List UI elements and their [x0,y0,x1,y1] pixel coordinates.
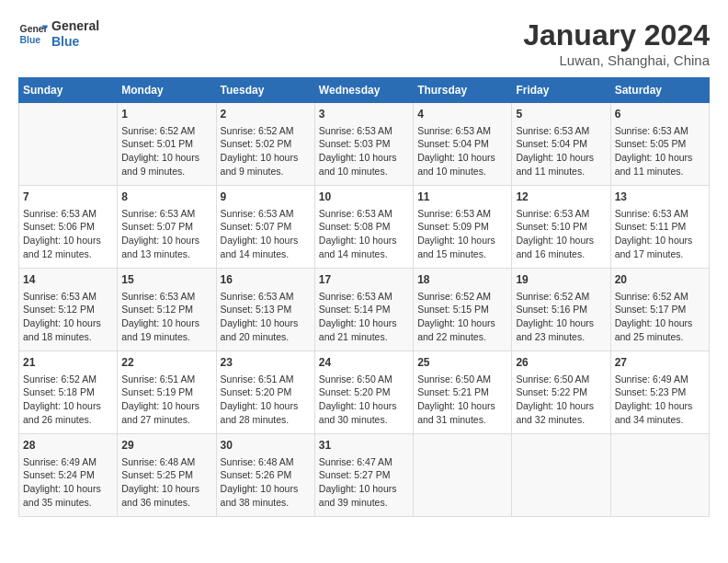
day-number: 22 [121,355,211,371]
day-cell: 15Sunrise: 6:53 AMSunset: 5:12 PMDayligh… [118,269,216,351]
day-number: 2 [221,107,311,122]
day-cell: 10Sunrise: 6:53 AMSunset: 5:08 PMDayligh… [314,186,413,269]
day-info: Sunrise: 6:50 AMSunset: 5:20 PMDaylight:… [319,373,409,427]
calendar-header: SundayMondayTuesdayWednesdayThursdayFrid… [19,78,710,103]
day-info: Sunrise: 6:53 AMSunset: 5:14 PMDaylight:… [319,290,409,344]
day-cell: 5Sunrise: 6:53 AMSunset: 5:04 PMDaylight… [512,103,610,186]
day-number: 18 [417,272,507,288]
day-number: 9 [221,190,311,205]
day-cell: 14Sunrise: 6:53 AMSunset: 5:12 PMDayligh… [19,269,118,351]
day-info: Sunrise: 6:53 AMSunset: 5:11 PMDaylight:… [615,207,705,261]
day-cell: 2Sunrise: 6:52 AMSunset: 5:02 PMDaylight… [216,103,314,186]
day-number: 8 [121,190,211,205]
day-number: 12 [516,190,606,205]
day-info: Sunrise: 6:53 AMSunset: 5:03 PMDaylight:… [319,124,409,178]
day-info: Sunrise: 6:48 AMSunset: 5:26 PMDaylight:… [221,455,311,510]
day-number: 20 [615,272,705,288]
month-title: January 2024 [523,18,710,52]
day-cell: 3Sunrise: 6:53 AMSunset: 5:03 PMDaylight… [314,103,413,186]
day-cell: 23Sunrise: 6:51 AMSunset: 5:20 PMDayligh… [216,351,314,434]
day-number: 10 [319,190,409,205]
day-number: 29 [121,438,211,454]
day-info: Sunrise: 6:52 AMSunset: 5:16 PMDaylight:… [516,290,606,344]
day-info: Sunrise: 6:53 AMSunset: 5:13 PMDaylight:… [221,290,311,344]
day-info: Sunrise: 6:53 AMSunset: 5:12 PMDaylight:… [121,290,211,344]
day-number: 15 [121,272,211,288]
day-number: 27 [615,355,705,371]
day-cell: 12Sunrise: 6:53 AMSunset: 5:10 PMDayligh… [512,186,610,269]
week-row-4: 21Sunrise: 6:52 AMSunset: 5:18 PMDayligh… [19,351,710,434]
day-cell: 25Sunrise: 6:50 AMSunset: 5:21 PMDayligh… [414,351,512,434]
day-cell [19,103,118,186]
header-cell-friday: Friday [512,78,610,103]
day-cell: 27Sunrise: 6:49 AMSunset: 5:23 PMDayligh… [610,351,709,434]
day-cell: 30Sunrise: 6:48 AMSunset: 5:26 PMDayligh… [216,434,314,517]
day-number: 11 [417,190,507,205]
day-info: Sunrise: 6:53 AMSunset: 5:08 PMDaylight:… [319,207,409,261]
day-number: 19 [516,272,606,288]
day-info: Sunrise: 6:51 AMSunset: 5:19 PMDaylight:… [121,373,211,427]
day-info: Sunrise: 6:52 AMSunset: 5:17 PMDaylight:… [615,290,705,344]
location: Luwan, Shanghai, China [523,52,710,68]
day-info: Sunrise: 6:53 AMSunset: 5:12 PMDaylight:… [23,290,113,344]
day-cell [610,434,709,517]
day-cell: 13Sunrise: 6:53 AMSunset: 5:11 PMDayligh… [610,186,709,269]
day-number: 7 [23,190,113,205]
day-cell: 11Sunrise: 6:53 AMSunset: 5:09 PMDayligh… [414,186,512,269]
day-cell: 8Sunrise: 6:53 AMSunset: 5:07 PMDaylight… [118,186,216,269]
day-number: 13 [615,190,705,205]
title-block: January 2024 Luwan, Shanghai, China [523,18,710,68]
day-info: Sunrise: 6:52 AMSunset: 5:18 PMDaylight:… [23,373,113,427]
day-info: Sunrise: 6:49 AMSunset: 5:24 PMDaylight:… [23,455,113,510]
day-cell: 29Sunrise: 6:48 AMSunset: 5:25 PMDayligh… [118,434,216,517]
day-number: 24 [319,355,409,371]
day-info: Sunrise: 6:50 AMSunset: 5:22 PMDaylight:… [516,373,606,427]
day-number: 16 [221,272,311,288]
day-cell: 21Sunrise: 6:52 AMSunset: 5:18 PMDayligh… [19,351,118,434]
day-info: Sunrise: 6:52 AMSunset: 5:01 PMDaylight:… [121,124,211,178]
calendar-table: SundayMondayTuesdayWednesdayThursdayFrid… [18,77,710,517]
week-row-3: 14Sunrise: 6:53 AMSunset: 5:12 PMDayligh… [19,269,710,351]
day-number: 3 [319,107,409,122]
week-row-1: 1Sunrise: 6:52 AMSunset: 5:01 PMDaylight… [19,103,710,186]
day-cell: 9Sunrise: 6:53 AMSunset: 5:07 PMDaylight… [216,186,314,269]
day-number: 17 [319,272,409,288]
day-number: 5 [516,107,606,122]
day-info: Sunrise: 6:52 AMSunset: 5:02 PMDaylight:… [221,124,311,178]
logo: General Blue General Blue [18,18,99,50]
day-cell: 31Sunrise: 6:47 AMSunset: 5:27 PMDayligh… [314,434,413,517]
day-number: 4 [417,107,507,122]
day-info: Sunrise: 6:52 AMSunset: 5:15 PMDaylight:… [417,290,507,344]
day-cell: 20Sunrise: 6:52 AMSunset: 5:17 PMDayligh… [610,269,709,351]
day-info: Sunrise: 6:53 AMSunset: 5:07 PMDaylight:… [221,207,311,261]
header-cell-thursday: Thursday [414,78,512,103]
week-row-2: 7Sunrise: 6:53 AMSunset: 5:06 PMDaylight… [19,186,710,269]
day-info: Sunrise: 6:48 AMSunset: 5:25 PMDaylight:… [121,455,211,510]
day-cell: 17Sunrise: 6:53 AMSunset: 5:14 PMDayligh… [314,269,413,351]
day-number: 21 [23,355,113,371]
day-cell: 6Sunrise: 6:53 AMSunset: 5:05 PMDaylight… [610,103,709,186]
header-cell-monday: Monday [118,78,216,103]
day-number: 25 [417,355,507,371]
week-row-5: 28Sunrise: 6:49 AMSunset: 5:24 PMDayligh… [19,434,710,517]
day-info: Sunrise: 6:49 AMSunset: 5:23 PMDaylight:… [615,373,705,427]
day-number: 23 [221,355,311,371]
day-cell: 18Sunrise: 6:52 AMSunset: 5:15 PMDayligh… [414,269,512,351]
day-cell: 19Sunrise: 6:52 AMSunset: 5:16 PMDayligh… [512,269,610,351]
header-cell-tuesday: Tuesday [216,78,314,103]
svg-text:Blue: Blue [20,34,41,44]
day-cell: 22Sunrise: 6:51 AMSunset: 5:19 PMDayligh… [118,351,216,434]
day-number: 14 [23,272,113,288]
day-info: Sunrise: 6:53 AMSunset: 5:05 PMDaylight:… [615,124,705,178]
day-cell: 16Sunrise: 6:53 AMSunset: 5:13 PMDayligh… [216,269,314,351]
header-cell-saturday: Saturday [610,78,709,103]
day-number: 30 [221,438,311,454]
header-cell-wednesday: Wednesday [314,78,413,103]
day-info: Sunrise: 6:50 AMSunset: 5:21 PMDaylight:… [417,373,507,427]
day-number: 26 [516,355,606,371]
day-number: 31 [319,438,409,454]
day-cell [512,434,610,517]
day-cell: 4Sunrise: 6:53 AMSunset: 5:04 PMDaylight… [414,103,512,186]
day-cell: 26Sunrise: 6:50 AMSunset: 5:22 PMDayligh… [512,351,610,434]
day-info: Sunrise: 6:53 AMSunset: 5:04 PMDaylight:… [516,124,606,178]
